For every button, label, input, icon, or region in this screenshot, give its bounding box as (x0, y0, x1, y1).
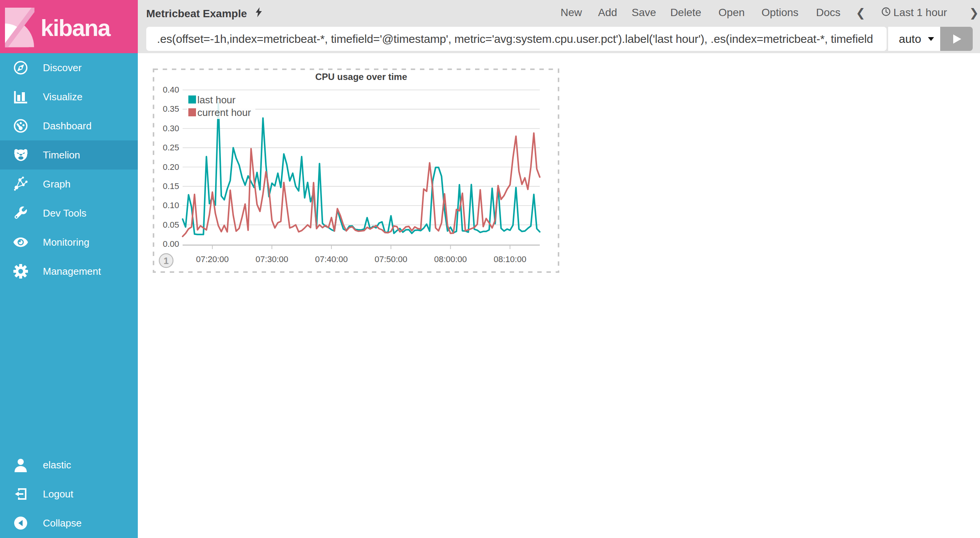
y-axis-label: 0.10 (163, 201, 179, 210)
sidebar-nav: DiscoverVisualizeDashboardTimelionGraphD… (0, 53, 138, 286)
y-axis-label: 0.20 (163, 162, 179, 172)
sidebar-item-timelion[interactable]: Timelion (0, 140, 138, 170)
series-line-last-hour (183, 103, 540, 235)
run-query-button[interactable] (940, 27, 973, 51)
sidebar-item-user[interactable]: elastic (0, 450, 138, 479)
lightning-bolt-icon (255, 7, 262, 20)
topbar: Metricbeat Example NewAddSaveDeleteOpenO… (138, 0, 980, 53)
x-axis-label: 08:00:00 (434, 254, 467, 264)
y-axis-label: 0.00 (163, 239, 179, 249)
time-forward-button[interactable]: ❯ (969, 6, 979, 20)
sidebar-item-label: Graph (43, 178, 70, 190)
sidebar-item-label: Management (43, 266, 101, 277)
kibana-logo[interactable]: kibana (0, 0, 138, 53)
sidebar-item-label: Visualize (43, 91, 83, 103)
sidebar-item-label: Dashboard (43, 120, 91, 132)
badge-number: 1 (163, 256, 168, 266)
legend-label: last hour (198, 94, 236, 106)
toolbar-save-button[interactable]: Save (632, 7, 656, 19)
sidebar-item-devtools[interactable]: Dev Tools (0, 199, 138, 228)
time-range-label: Last 1 hour (893, 7, 947, 19)
timelion-query-input[interactable]: .es(offset=-1h,index=metricbeat-*, timef… (146, 27, 887, 51)
kibana-app: kibana DiscoverVisualizeDashboardTimelio… (0, 0, 980, 538)
sidebar-item-discover[interactable]: Discover (0, 53, 138, 82)
y-axis-label: 0.30 (163, 124, 179, 133)
toolbar-menu: NewAddSaveDeleteOpenOptionsDocs❮Last 1 h… (544, 0, 979, 25)
time-picker[interactable]: Last 1 hour (882, 7, 947, 19)
toolbar-title-row: Metricbeat Example NewAddSaveDeleteOpenO… (138, 0, 980, 24)
sidebar: kibana DiscoverVisualizeDashboardTimelio… (0, 0, 138, 538)
time-back-button[interactable]: ❮ (856, 6, 866, 20)
collapse-icon (13, 515, 28, 531)
toolbar-add-button[interactable]: Add (598, 7, 617, 19)
y-axis-label: 0.35 (163, 104, 179, 114)
bar-chart-icon (13, 89, 28, 104)
toolbar-docs-button[interactable]: Docs (816, 7, 841, 19)
x-axis-label: 07:30:00 (255, 254, 288, 264)
compass-icon (13, 60, 28, 75)
kibana-wordmark: kibana (41, 15, 110, 41)
sidebar-item-monitoring[interactable]: Monitoring (0, 228, 138, 257)
sidebar-item-logout[interactable]: Logout (0, 479, 138, 509)
clock-icon (882, 7, 893, 19)
x-axis-label: 07:20:00 (196, 254, 229, 264)
toolbar-delete-button[interactable]: Delete (670, 7, 701, 19)
legend-swatch (188, 108, 196, 116)
sidebar-item-dashboard[interactable]: Dashboard (0, 111, 138, 140)
interval-value: auto (899, 33, 921, 46)
sidebar-item-label: Logout (43, 488, 74, 500)
interval-select[interactable]: auto (888, 27, 940, 51)
x-axis-label: 08:10:00 (493, 254, 526, 264)
sidebar-footer: elasticLogoutCollapse (0, 450, 138, 538)
x-axis-label: 07:40:00 (315, 254, 348, 264)
legend-swatch (188, 96, 196, 104)
y-axis-label: 0.05 (163, 220, 179, 230)
eye-icon (13, 235, 28, 250)
toolbar-options-button[interactable]: Options (761, 7, 799, 19)
wrench-icon (13, 205, 28, 221)
play-icon (953, 34, 961, 44)
toolbar-open-button[interactable]: Open (719, 7, 745, 19)
caret-down-icon (928, 37, 934, 41)
dashboard-icon (13, 118, 28, 134)
graph-icon (13, 176, 28, 192)
timelion-icon (13, 147, 28, 163)
legend-label: current hour (198, 107, 252, 118)
sidebar-item-label: Discover (43, 62, 82, 74)
sidebar-item-label: Collapse (43, 517, 82, 529)
sidebar-item-label: Timelion (43, 149, 80, 161)
y-axis-label: 0.15 (163, 181, 179, 191)
sidebar-item-collapse[interactable]: Collapse (0, 509, 138, 538)
sidebar-item-label: Monitoring (43, 236, 89, 248)
y-axis-label: 0.40 (163, 85, 179, 95)
sidebar-item-management[interactable]: Management (0, 257, 138, 286)
sidebar-item-visualize[interactable]: Visualize (0, 82, 138, 111)
sidebar-item-graph[interactable]: Graph (0, 170, 138, 199)
x-axis-label: 07:50:00 (374, 254, 407, 264)
toolbar-new-button[interactable]: New (560, 7, 582, 19)
logout-icon (13, 486, 28, 502)
sidebar-item-label: elastic (43, 459, 71, 471)
kibana-logo-icon (5, 8, 35, 47)
query-row: .es(offset=-1h,index=metricbeat-*, timef… (138, 24, 980, 53)
y-axis-label: 0.25 (163, 143, 179, 152)
user-icon (13, 457, 28, 473)
chart-title: CPU usage over time (315, 72, 407, 82)
gear-icon (13, 264, 28, 279)
series-line-current-hour (183, 133, 540, 236)
page-title: Metricbeat Example (146, 7, 262, 20)
sidebar-item-label: Dev Tools (43, 207, 87, 219)
chart-legend: last hourcurrent hour (187, 93, 255, 119)
panel-badge: 1 (159, 254, 173, 267)
cpu-usage-chart: CPU usage over time0.000.050.100.150.200… (153, 68, 559, 273)
timelion-chart-panel[interactable]: CPU usage over time0.000.050.100.150.200… (153, 68, 559, 273)
